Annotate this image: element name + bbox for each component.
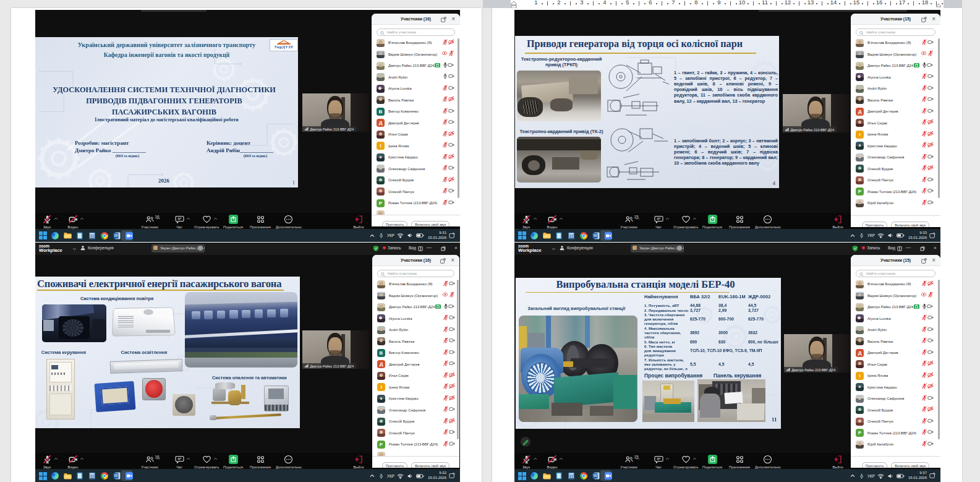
svg-text:W: W xyxy=(114,473,118,478)
svg-text:W: W xyxy=(593,233,597,238)
svg-text:W: W xyxy=(593,473,597,478)
svg-text:W: W xyxy=(114,233,118,238)
